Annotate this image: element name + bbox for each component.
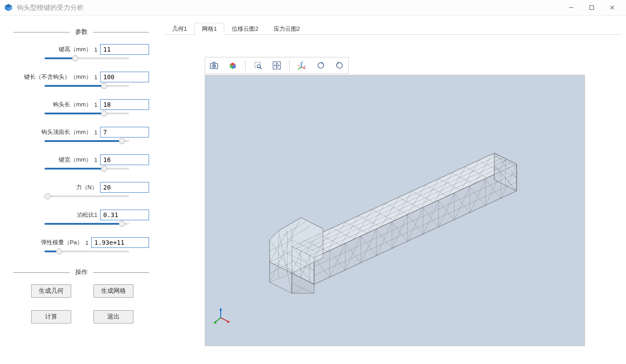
param-input-1[interactable]	[100, 72, 149, 82]
param-slider-3[interactable]	[44, 140, 129, 142]
param-slider-5[interactable]	[44, 195, 129, 197]
param-index: 1	[94, 46, 97, 53]
section-title-actions: 操作	[13, 268, 149, 276]
generate-geometry-button[interactable]: 生成几何	[31, 284, 71, 298]
app-window: 钩头型楔键的受力分析 参数 键高（mm）1键长（不含钩头）（mm）1钩头长（mm…	[0, 0, 626, 364]
param-input-7[interactable]	[91, 237, 149, 248]
tabs: 几何1网格1位移云图2应力云图2	[165, 22, 622, 35]
generate-mesh-button[interactable]: 生成网格	[93, 284, 133, 298]
param-label: 键高（mm）	[59, 45, 92, 53]
param-slider-2[interactable]	[44, 113, 129, 114]
param-label: 键长（不含钩头）（mm）	[24, 73, 92, 81]
param-label: 键宽（mm）	[59, 156, 92, 164]
param-3: 钩头顶面长（mm）1	[13, 127, 149, 142]
param-1: 键长（不含钩头）（mm）1	[13, 72, 149, 87]
param-7: 弹性模量（Pa）1	[13, 237, 149, 252]
titlebar: 钩头型楔键的受力分析	[0, 0, 626, 16]
param-slider-4[interactable]	[44, 168, 129, 170]
svg-rect-0	[590, 6, 594, 10]
main-panel: 几何1网格1位移云图2应力云图2 zyx	[162, 16, 626, 364]
param-index: 1	[85, 239, 89, 246]
param-2: 钩头长（mm）1	[13, 99, 149, 114]
tab-3[interactable]: 应力云图2	[266, 23, 307, 35]
close-icon	[610, 5, 615, 10]
param-label: 力（N）	[76, 183, 97, 191]
minimize-icon	[569, 5, 574, 10]
param-index: 1	[94, 157, 97, 163]
window-maximize-button[interactable]	[582, 0, 602, 15]
rotate-cw-icon[interactable]	[315, 59, 327, 72]
param-slider-6[interactable]	[44, 223, 129, 225]
app-icon	[4, 3, 13, 12]
camera-icon[interactable]	[208, 59, 220, 72]
param-slider-7[interactable]	[44, 251, 129, 252]
svg-line-10	[298, 67, 301, 70]
window-close-button[interactable]	[602, 0, 622, 15]
sidebar: 参数 键高（mm）1键长（不含钩头）（mm）1钩头长（mm）1钩头顶面长（mm）…	[0, 16, 162, 364]
param-label: 弹性模量（Pa）	[41, 239, 83, 247]
axes-icon[interactable]: zyx	[296, 59, 308, 72]
exit-button[interactable]: 退出	[93, 310, 133, 324]
param-6: 泊松比1	[13, 210, 149, 225]
param-index: 1	[94, 74, 97, 81]
param-index: 1	[94, 129, 97, 136]
rotate-ccw-icon[interactable]	[333, 59, 346, 72]
svg-marker-17	[338, 62, 339, 64]
param-input-5[interactable]	[100, 182, 149, 193]
param-input-6[interactable]	[100, 210, 149, 220]
param-label: 钩头长（mm）	[53, 101, 92, 109]
svg-marker-15	[321, 62, 322, 64]
app-title: 钩头型楔键的受力分析	[17, 4, 561, 12]
compute-button[interactable]: 计算	[31, 310, 71, 324]
svg-text:y: y	[304, 65, 306, 68]
param-index: 1	[94, 101, 97, 108]
maximize-icon	[589, 5, 594, 10]
toolbar-separator	[245, 60, 246, 71]
mesh-graphics	[205, 75, 585, 346]
param-slider-1[interactable]	[44, 85, 129, 87]
viewport-toolbar: zyx	[205, 57, 349, 74]
param-label: 钩头顶面长（mm）	[41, 128, 92, 136]
svg-line-6	[260, 68, 262, 69]
tab-2[interactable]: 位移云图2	[224, 23, 266, 35]
svg-marker-28	[219, 308, 222, 311]
window-minimize-button[interactable]	[561, 0, 582, 15]
svg-text:z: z	[302, 61, 303, 63]
param-label: 泊松比1	[77, 211, 97, 219]
section-label-actions: 操作	[70, 268, 93, 276]
toolbar-separator	[289, 60, 290, 71]
section-title-params: 参数	[13, 28, 149, 36]
param-0: 键高（mm）1	[13, 44, 149, 59]
param-slider-0[interactable]	[44, 57, 129, 59]
zoom-select-icon[interactable]	[252, 59, 264, 72]
param-input-0[interactable]	[100, 44, 149, 55]
viewport-3d[interactable]	[205, 75, 585, 346]
param-input-3[interactable]	[100, 127, 149, 138]
tab-1[interactable]: 网格1	[194, 23, 224, 35]
param-input-4[interactable]	[100, 154, 149, 165]
section-label-params: 参数	[70, 28, 93, 36]
svg-text:x: x	[299, 64, 300, 67]
param-4: 键宽（mm）1	[13, 154, 149, 170]
param-input-2[interactable]	[100, 99, 149, 110]
svg-point-3	[213, 65, 215, 67]
tab-0[interactable]: 几何1	[165, 23, 194, 35]
param-5: 力（N）	[13, 182, 149, 197]
pan-expand-icon[interactable]	[271, 59, 283, 72]
view-cube-icon[interactable]	[226, 59, 239, 72]
